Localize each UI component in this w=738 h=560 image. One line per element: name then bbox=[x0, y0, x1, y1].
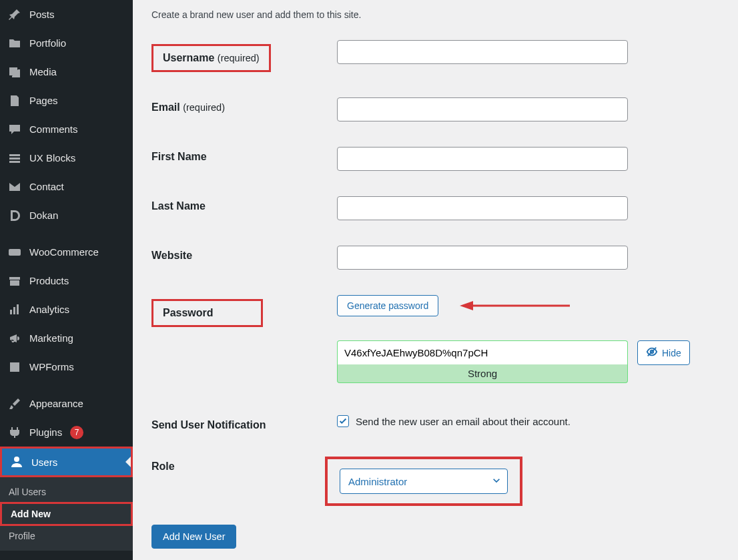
row-notify: Send User Notification Send the new user… bbox=[151, 415, 719, 431]
sidebar-item-label: Users bbox=[31, 457, 57, 468]
megaphone-icon bbox=[8, 332, 21, 345]
mail-icon bbox=[8, 180, 21, 194]
sidebar-item-label: Pages bbox=[29, 95, 58, 106]
sidebar-separator bbox=[0, 381, 133, 389]
role-select[interactable]: Administrator bbox=[340, 469, 508, 494]
password-label: Password bbox=[163, 307, 214, 318]
website-label: Website bbox=[151, 250, 192, 261]
eye-slash-icon bbox=[646, 346, 658, 360]
sidebar-item-label: Comments bbox=[29, 123, 78, 135]
row-email: Email (required) bbox=[151, 97, 719, 121]
forms-icon bbox=[8, 360, 21, 374]
sidebar-item-marketing[interactable]: Marketing bbox=[0, 324, 133, 352]
arrow-annotation bbox=[460, 299, 573, 314]
sidebar-item-plugins[interactable]: Plugins 7 bbox=[0, 418, 133, 447]
password-label-highlight: Password bbox=[151, 299, 263, 327]
sidebar-item-woocommerce[interactable]: WooCommerce bbox=[0, 238, 133, 266]
hide-password-button[interactable]: Hide bbox=[637, 340, 690, 365]
sidebar-item-media[interactable]: Media bbox=[0, 57, 133, 86]
notify-label: Send User Notification bbox=[151, 419, 266, 431]
sidebar-item-label: Appearance bbox=[29, 398, 83, 409]
add-new-user-button[interactable]: Add New User bbox=[151, 525, 236, 549]
generate-password-button[interactable]: Generate password bbox=[337, 295, 438, 316]
sidebar-item-posts[interactable]: Posts bbox=[0, 0, 133, 29]
sidebar-item-label: Products bbox=[29, 275, 69, 286]
blocks-icon bbox=[8, 152, 21, 165]
row-role: Role Administrator bbox=[151, 457, 719, 506]
sidebar-item-label: Dokan bbox=[29, 210, 58, 221]
sidebar-item-dokan[interactable]: Dokan bbox=[0, 201, 133, 230]
lastname-label: Last Name bbox=[151, 200, 206, 212]
submenu-all-users[interactable]: All Users bbox=[0, 482, 133, 502]
plug-icon bbox=[8, 426, 21, 439]
row-password: Password Generate password bbox=[151, 295, 719, 327]
sidebar-separator bbox=[0, 230, 133, 238]
email-input[interactable] bbox=[337, 97, 628, 121]
password-input[interactable] bbox=[337, 340, 628, 364]
sidebar-item-products[interactable]: Products bbox=[0, 266, 133, 295]
sidebar-item-users[interactable]: Users bbox=[2, 449, 131, 475]
required-suffix: (required) bbox=[218, 53, 260, 63]
lastname-input[interactable] bbox=[337, 196, 628, 220]
sidebar-item-label: Contact bbox=[29, 181, 64, 192]
sidebar-item-label: Media bbox=[29, 66, 57, 77]
required-suffix: (required) bbox=[183, 102, 225, 113]
hide-button-label: Hide bbox=[662, 348, 681, 358]
bars-icon bbox=[8, 303, 21, 316]
notify-text: Send the new user an email about their a… bbox=[356, 416, 571, 427]
row-website: Website bbox=[151, 246, 719, 270]
notify-checkbox[interactable] bbox=[337, 415, 349, 427]
username-input[interactable] bbox=[337, 40, 628, 64]
plugins-update-badge: 7 bbox=[70, 426, 83, 439]
sidebar-item-uxblocks[interactable]: UX Blocks bbox=[0, 144, 133, 172]
folder-icon bbox=[8, 37, 21, 50]
role-highlight: Administrator bbox=[325, 457, 522, 506]
pin-icon bbox=[8, 8, 21, 21]
row-password-value: Strong Hide bbox=[151, 340, 719, 383]
sidebar-item-label: Plugins bbox=[29, 427, 62, 438]
sidebar-item-label: WooCommerce bbox=[29, 246, 99, 258]
main-content: Create a brand new user and add them to … bbox=[133, 0, 738, 560]
brush-icon bbox=[8, 397, 21, 410]
submenu-add-new[interactable]: Add New bbox=[2, 504, 131, 524]
users-submenu: All Users Add New Profile bbox=[0, 477, 133, 551]
row-lastname: Last Name bbox=[151, 196, 719, 220]
dokan-icon bbox=[8, 209, 21, 222]
firstname-input[interactable] bbox=[337, 147, 628, 171]
firstname-label: First Name bbox=[151, 151, 207, 162]
sidebar-item-label: WPForms bbox=[29, 361, 74, 372]
role-label: Role bbox=[151, 461, 175, 472]
comment-icon bbox=[8, 123, 21, 136]
sidebar-item-appearance[interactable]: Appearance bbox=[0, 389, 133, 418]
row-firstname: First Name bbox=[151, 147, 719, 171]
website-input[interactable] bbox=[337, 246, 628, 270]
email-label: Email bbox=[151, 101, 180, 113]
sidebar-item-comments[interactable]: Comments bbox=[0, 115, 133, 144]
username-label-highlight: Username (required) bbox=[151, 44, 271, 72]
sidebar-item-portfolio[interactable]: Portfolio bbox=[0, 29, 133, 57]
user-icon bbox=[10, 455, 23, 469]
sidebar-item-label: Analytics bbox=[29, 304, 69, 315]
admin-sidebar: Posts Portfolio Media Pages Comments UX … bbox=[0, 0, 133, 560]
sidebar-item-pages[interactable]: Pages bbox=[0, 86, 133, 115]
sidebar-item-label: Portfolio bbox=[29, 37, 66, 49]
pages-icon bbox=[8, 94, 21, 107]
svg-rect-0 bbox=[9, 249, 21, 256]
username-label: Username bbox=[163, 52, 214, 63]
sidebar-item-analytics[interactable]: Analytics bbox=[0, 295, 133, 324]
archive-icon bbox=[8, 274, 21, 288]
sidebar-item-label: UX Blocks bbox=[29, 152, 75, 164]
media-icon bbox=[8, 65, 21, 79]
submenu-profile[interactable]: Profile bbox=[0, 526, 133, 546]
sidebar-item-contact[interactable]: Contact bbox=[0, 172, 133, 201]
sidebar-item-wpforms[interactable]: WPForms bbox=[0, 352, 133, 381]
row-username: Username (required) bbox=[151, 40, 719, 72]
sidebar-item-label: Posts bbox=[29, 9, 55, 20]
svg-point-1 bbox=[14, 457, 19, 462]
svg-marker-3 bbox=[460, 301, 473, 310]
password-strength-meter: Strong bbox=[337, 364, 628, 383]
woo-icon bbox=[8, 246, 21, 259]
sidebar-item-label: Marketing bbox=[29, 332, 73, 344]
intro-text: Create a brand new user and add them to … bbox=[151, 0, 719, 40]
